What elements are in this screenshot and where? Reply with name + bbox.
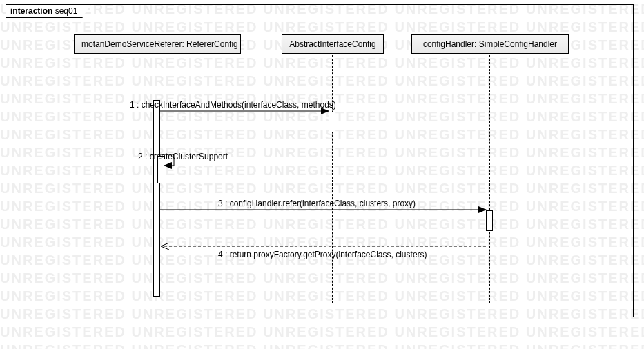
activation-bar (153, 100, 160, 297)
frame-tab: interaction seq01 (6, 4, 90, 18)
frame-kind: interaction (10, 6, 52, 16)
activation-bar (329, 112, 335, 132)
lifeline-label: motanDemoServiceReferer: RefererConfig (81, 39, 238, 49)
lifeline-label: AbstractInterfaceConfig (289, 39, 375, 49)
lifeline-dash (489, 55, 490, 303)
message-label-4: 4 : return proxyFactory.getProxy(interfa… (218, 250, 427, 259)
frame-name: seq01 (55, 6, 78, 16)
message-label-3: 3 : configHandler.refer(interfaceClass, … (218, 199, 416, 208)
message-label-1: 1 : checkInterfaceAndMethods(interfaceCl… (130, 100, 336, 110)
lifeline-head-referer: motanDemoServiceReferer: RefererConfig (74, 34, 241, 54)
lifeline-dash (332, 55, 333, 303)
activation-bar (486, 210, 493, 231)
lifeline-head-abstract: AbstractInterfaceConfig (282, 34, 384, 54)
lifeline-label: configHandler: SimpleConfigHandler (423, 39, 557, 49)
message-label-2: 2 : createClusterSupport (138, 152, 228, 161)
lifeline-head-confighandler: configHandler: SimpleConfigHandler (411, 34, 569, 54)
